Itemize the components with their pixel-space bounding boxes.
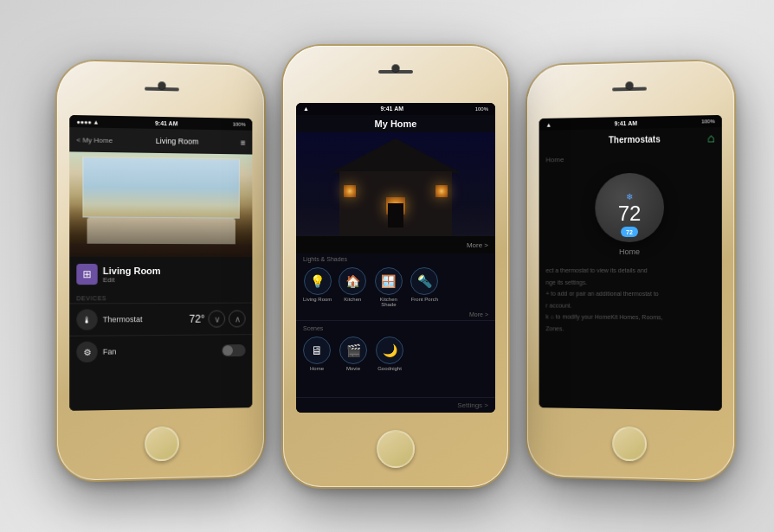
room-icon: ⊞ <box>76 263 97 284</box>
thermo-number: 72 <box>618 202 642 223</box>
home-button-center[interactable] <box>377 430 415 468</box>
screen-center: ▲ 9:41 AM 100% My Home <box>296 103 495 413</box>
home-icon-right[interactable]: ⌂ <box>707 131 715 144</box>
thermo-room-label: Home <box>619 247 640 255</box>
center-header: My Home <box>296 115 495 132</box>
more-btn-rooms[interactable]: More > <box>469 311 488 317</box>
room-overlay <box>69 151 252 257</box>
phone-center: ▲ 9:41 AM 100% My Home <box>283 46 508 487</box>
devices-section: DEVICES 🌡 Thermostat 72° ∨ ∧ <box>69 291 252 410</box>
signal-right: ▲ <box>545 121 551 127</box>
time-center: 9:41 AM <box>380 106 403 112</box>
scene-icon-2: 🌙 <box>376 337 403 364</box>
time-left: 9:41 AM <box>155 119 177 125</box>
signal-left: ●●●● ▲ <box>76 118 99 125</box>
thermostat-row[interactable]: 🌡 Thermostat 72° ∨ ∧ <box>69 302 252 335</box>
instruction-1: ect a thermostat to view its details and <box>545 266 714 275</box>
room-name-label: Living Room <box>103 265 161 275</box>
scene: ●●●● ▲ 9:41 AM 100% < My Home Living Roo… <box>0 0 774 532</box>
scene-label-1: Movie <box>346 366 360 371</box>
lights-shades-label: Lights & Shades <box>296 253 495 264</box>
home-button-right[interactable] <box>612 426 647 461</box>
camera-left <box>158 81 165 88</box>
room-image <box>69 151 252 257</box>
phone-left: ●●●● ▲ 9:41 AM 100% < My Home Living Roo… <box>57 60 264 480</box>
room-btn-icon-3: 🔦 <box>410 267 438 295</box>
room-btn-icon-1: 🏠 <box>339 267 366 295</box>
room-btn-icon-2: 🪟 <box>375 267 403 295</box>
fan-toggle[interactable] <box>222 344 245 356</box>
thermo-instructions: ect a thermostat to view its details and… <box>545 262 714 340</box>
thermostat-display: ❄ 72 72 Home <box>545 164 714 262</box>
room-edit-button[interactable]: Edit <box>103 275 161 283</box>
scenes-scroll: 🖥 Home 🎬 Movie 🌙 Goodnight <box>296 333 495 375</box>
status-bar-center: ▲ 9:41 AM 100% <box>296 103 495 115</box>
house-body <box>339 171 452 240</box>
right-title: Thermostats <box>563 132 707 144</box>
fan-toggle-knob <box>223 345 233 356</box>
thermostat-temp: 72° <box>190 312 205 324</box>
more-btn-house[interactable]: More > <box>467 241 488 249</box>
instruction-2: nge its settings. <box>545 278 714 287</box>
phones-container: ●●●● ▲ 9:41 AM 100% < My Home Living Roo… <box>15 11 759 522</box>
thermo-set-badge: 72 <box>621 226 638 236</box>
camera-right <box>626 81 633 88</box>
room-btn-label-0: Living Room <box>303 297 332 302</box>
room-btn-label-3: Front Porch <box>411 297 438 302</box>
devices-label: DEVICES <box>69 291 252 303</box>
room-btn-label-1: Kitchen <box>344 297 361 302</box>
room-icon-symbol: ⊞ <box>82 267 91 279</box>
rooms-scroll: 💡 Living Room 🏠 Kitchen 🪟 Kitchen Shade <box>296 264 495 311</box>
room-btn-3[interactable]: 🔦 Front Porch <box>410 267 438 307</box>
thermostat-name: Thermostat <box>103 314 190 324</box>
right-header: Thermostats ⌂ <box>539 127 722 151</box>
house-window-3 <box>435 185 448 197</box>
scene-btn-0[interactable]: 🖥 Home <box>303 337 331 371</box>
scene-label-0: Home <box>310 366 324 371</box>
time-right: 9:41 AM <box>615 119 637 125</box>
thermostat-down-btn[interactable]: ∨ <box>208 310 225 327</box>
center-title: My Home <box>303 119 488 129</box>
room-btn-1[interactable]: 🏠 Kitchen <box>339 267 366 307</box>
scene-btn-2[interactable]: 🌙 Goodnight <box>376 337 403 371</box>
left-header: < My Home Living Room ≡ <box>69 127 252 154</box>
room-btn-icon-0: 💡 <box>304 267 332 295</box>
instruction-5: k ⌂ to modify your HomeKit Homes, Rooms, <box>545 312 714 323</box>
snowflake-icon: ❄ <box>626 191 633 201</box>
settings-bar: Settings > <box>296 397 495 413</box>
home-button-left[interactable] <box>145 426 179 461</box>
left-screen-title: Living Room <box>156 136 199 145</box>
thermostat-up-btn[interactable]: ∧ <box>229 310 246 327</box>
thermo-section: Home ❄ 72 72 Home ect a thermostat to vi… <box>539 148 722 411</box>
house-window-2 <box>344 185 356 197</box>
room-info: ⊞ Living Room Edit <box>69 256 252 291</box>
room-btn-0[interactable]: 💡 Living Room <box>303 267 332 307</box>
instruction-6: Zones. <box>545 324 714 334</box>
house-ground <box>296 236 495 253</box>
phone-right: ▲ 9:41 AM 100% Thermostats ⌂ Home <box>527 60 734 480</box>
room-name-section: Living Room Edit <box>103 265 161 283</box>
back-button-left[interactable]: < My Home <box>76 135 113 144</box>
instruction-3: + to add or pair an additional thermosta… <box>545 289 714 298</box>
scene-label-2: Goodnight <box>377 366 402 371</box>
camera-center <box>392 65 399 72</box>
battery-center: 100% <box>475 106 488 112</box>
thermo-circle[interactable]: ❄ 72 72 <box>595 172 664 242</box>
menu-icon-left[interactable]: ≡ <box>241 138 246 147</box>
house-door <box>388 203 403 228</box>
fan-row[interactable]: ⚙ Fan <box>69 334 252 368</box>
house-roof <box>331 138 461 173</box>
divider-1 <box>296 320 495 321</box>
scene-btn-1[interactable]: 🎬 Movie <box>339 337 367 371</box>
thermostat-icon: 🌡 <box>76 309 97 330</box>
room-btn-label-2: Kitchen Shade <box>373 297 403 307</box>
battery-right: 100% <box>701 119 715 124</box>
battery-left: 100% <box>233 121 246 126</box>
room-btn-2[interactable]: 🪟 Kitchen Shade <box>373 267 403 307</box>
scene-icon-1: 🎬 <box>339 337 367 364</box>
settings-btn[interactable]: Settings > <box>457 401 488 409</box>
scenes-label: Scenes <box>296 323 495 333</box>
fan-icon: ⚙ <box>76 341 97 362</box>
house-image: More > <box>296 132 495 253</box>
signal-center: ▲ <box>303 106 309 112</box>
